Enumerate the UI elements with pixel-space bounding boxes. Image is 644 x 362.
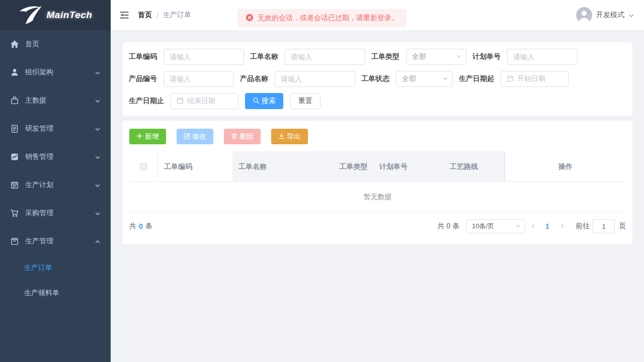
sidebar-item-label: 主数据 (25, 96, 95, 105)
sidebar-item-purchase-management[interactable]: 采购管理 (0, 199, 111, 227)
product-code-input[interactable] (164, 71, 234, 87)
chevron-down-icon (95, 182, 101, 188)
column-header-plan-order-no: 计划单号 (373, 151, 444, 182)
breadcrumb-current: 生产订单 (163, 11, 191, 20)
filter-product-name: 产品名称 (240, 71, 355, 87)
goto-page-input[interactable] (593, 219, 615, 233)
filter-work-order-name: 工单名称 (250, 49, 365, 65)
export-button-label: 导出 (287, 132, 301, 141)
reset-button-label: 重置 (298, 97, 312, 106)
reset-button[interactable]: 重置 (290, 93, 320, 109)
column-header-work-order-code: 工单编码 (158, 151, 232, 182)
column-header-process-route: 工艺路线 (444, 151, 505, 182)
export-button[interactable]: 导出 (271, 129, 308, 144)
user-menu[interactable]: 开发模式 (576, 7, 634, 23)
product-name-input[interactable] (275, 71, 355, 87)
add-button[interactable]: 新增 (129, 129, 166, 144)
chevron-up-icon (95, 238, 101, 244)
cart-icon (10, 209, 19, 218)
prev-page-icon[interactable] (525, 223, 540, 230)
field-label: 工单类型 (371, 52, 399, 61)
download-icon (278, 133, 285, 141)
sidebar-item-production-management[interactable]: 生产管理 (0, 227, 111, 255)
chevron-down-icon (628, 12, 634, 18)
filter-production-date-to: 生产日期止 结束日期 (129, 93, 238, 109)
filter-work-order-code: 工单编码 (129, 49, 244, 65)
sidebar-fold-icon[interactable] (119, 10, 130, 21)
column-header-work-order-type: 工单类型 (334, 151, 373, 182)
work-order-table: 工单编码 工单名称 工单类型 计划单号 工艺路线 操作 暂无数据 (129, 151, 626, 213)
select-value: 全部 (402, 74, 442, 83)
home-icon (10, 40, 19, 49)
sidebar-item-label: 组织架构 (25, 68, 95, 77)
calendar-icon (177, 97, 184, 106)
chevron-down-icon (442, 75, 448, 83)
box-icon (10, 237, 19, 246)
total-suffix: 条 (145, 222, 152, 231)
delete-button-label: 删除 (239, 132, 254, 141)
breadcrumb-home[interactable]: 首页 (138, 11, 152, 20)
page-size-select[interactable]: 10条/页 (466, 219, 525, 233)
page-content: 工单编码 工单名称 工单类型 全部 计 (111, 30, 644, 362)
plan-order-no-input[interactable] (507, 49, 578, 65)
field-label: 工单编码 (129, 52, 157, 61)
plus-icon (136, 133, 143, 141)
total-count-value: 0 (139, 222, 143, 230)
sidebar-item-master-data[interactable]: 主数据 (0, 86, 111, 115)
field-label: 工单名称 (250, 52, 278, 61)
sidebar-item-home[interactable]: 首页 (0, 30, 111, 58)
work-order-name-input[interactable] (285, 49, 365, 65)
production-date-from-picker[interactable]: 开始日期 (501, 71, 569, 87)
current-page-number[interactable]: 1 (540, 222, 554, 230)
field-label: 计划单号 (472, 52, 501, 61)
search-button[interactable]: 搜索 (245, 93, 283, 109)
sidebar-subitem-production-order[interactable]: 生产订单 (0, 255, 111, 281)
page-suffix: 页 (619, 222, 626, 231)
sidebar: MainTech 首页 组织架构 主数据 研发管理 (0, 0, 111, 362)
sidebar-item-organization[interactable]: 组织架构 (0, 58, 111, 86)
work-order-status-select[interactable]: 全部 (396, 71, 453, 87)
work-order-type-select[interactable]: 全部 (406, 49, 466, 65)
breadcrumb: 首页 / 生产订单 (138, 11, 191, 20)
filter-work-order-status: 工单状态 全部 (361, 71, 453, 87)
user-name: 开发模式 (596, 11, 624, 20)
brand-name: MainTech (47, 10, 93, 21)
field-label: 生产日期起 (459, 74, 494, 83)
select-value: 全部 (412, 52, 456, 61)
calendar-icon (507, 75, 514, 83)
sidebar-item-production-plan[interactable]: 生产计划 (0, 171, 111, 199)
work-order-code-input[interactable] (164, 49, 244, 65)
next-page-icon[interactable] (554, 223, 570, 230)
search-filter-panel: 工单编码 工单名称 工单类型 全部 计 (123, 42, 632, 116)
sidebar-item-rnd-management[interactable]: 研发管理 (0, 115, 111, 143)
production-date-to-picker[interactable]: 结束日期 (171, 93, 238, 109)
chevron-down-icon (456, 53, 462, 61)
edit-button[interactable]: 修改 (177, 129, 213, 144)
edit-icon (184, 133, 190, 141)
sidebar-item-sales-management[interactable]: 销售管理 (0, 143, 111, 171)
trend-chart-icon (10, 152, 19, 161)
total-count-left: 共 0 条 (129, 222, 152, 231)
column-header-actions: 操作 (505, 151, 626, 182)
chevron-down-icon (95, 154, 101, 160)
calendar-icon (10, 180, 19, 190)
table-header-row: 工单编码 工单名称 工单类型 计划单号 工艺路线 操作 (129, 151, 626, 182)
column-header-work-order-name: 工单名称 (232, 151, 334, 182)
search-icon (253, 97, 260, 106)
goto-label: 前往 (576, 222, 590, 231)
field-label: 生产日期止 (129, 97, 164, 106)
user-icon (10, 68, 19, 77)
delete-button[interactable]: 删除 (224, 129, 261, 144)
filter-production-date-from: 生产日期起 开始日期 (459, 71, 569, 87)
empty-text: 暂无数据 (364, 193, 392, 202)
select-all-checkbox[interactable] (140, 163, 147, 170)
sidebar-item-label: 生产计划 (25, 180, 95, 190)
table-toolbar: 新增 修改 删除 导出 (129, 129, 626, 144)
submenu-item-label: 生产订单 (24, 263, 52, 273)
sidebar-subitem-production-picking[interactable]: 生产领料单 (0, 281, 111, 306)
top-bar: 首页 / 生产订单 无效的会话，或者会话已过期，请重新登录。 开发模式 (111, 0, 644, 30)
brand-swoosh-icon (19, 5, 45, 26)
total-count-right: 共 0 条 (437, 222, 459, 231)
total-prefix: 共 (129, 222, 136, 231)
header-select-all (129, 151, 158, 182)
